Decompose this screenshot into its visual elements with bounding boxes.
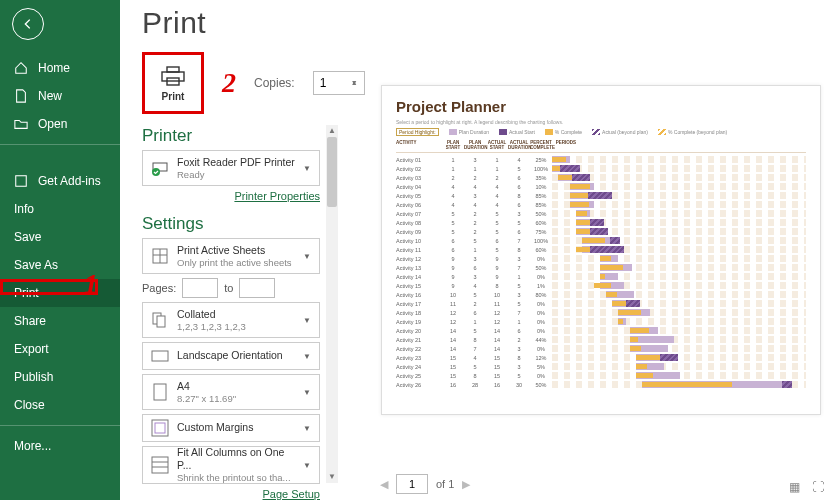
preview-gantt-row: Activity 221471430% (396, 344, 806, 353)
sidebar-label: Save (14, 230, 41, 244)
svg-rect-15 (152, 457, 168, 473)
preview-gantt-row: Activity 13969750% (396, 263, 806, 272)
sidebar-label: Share (14, 314, 46, 328)
preview-gantt-row: Activity 05434885% (396, 191, 806, 200)
option-title: A4 (177, 380, 299, 393)
copies-input[interactable]: 1 ▲▼ (313, 71, 365, 95)
svg-rect-2 (162, 72, 184, 81)
pages-to-input[interactable] (239, 278, 275, 298)
page-setup-link[interactable]: Page Setup (142, 488, 320, 500)
preview-gantt-row: Activity 171121150% (396, 299, 806, 308)
sidebar-label: Save As (14, 258, 58, 272)
annotation-number-2: 2 (222, 67, 236, 99)
sidebar-item-new[interactable]: New (0, 82, 120, 110)
preview-gantt-row: Activity 191211210% (396, 317, 806, 326)
orientation-icon (151, 347, 169, 365)
arrow-left-icon (21, 17, 35, 31)
sidebar-label: New (38, 89, 62, 103)
sidebar-item-saveas[interactable]: Save As (0, 251, 120, 279)
preview-gantt-row: Activity 106567100% (396, 236, 806, 245)
sidebar-item-home[interactable]: Home (0, 54, 120, 82)
preview-gantt-row: Activity 2315415812% (396, 353, 806, 362)
option-title: Print Active Sheets (177, 244, 299, 257)
print-button[interactable]: Print (142, 52, 204, 114)
print-what-selector[interactable]: Print Active Sheets Only print the activ… (142, 238, 320, 274)
sidebar-item-more[interactable]: More... (0, 432, 120, 460)
margins-selector[interactable]: Custom Margins ▼ (142, 414, 320, 442)
settings-scrollbar[interactable]: ▲ ▼ (326, 125, 338, 483)
printer-icon (160, 65, 186, 87)
scaling-selector[interactable]: Fit All Columns on One P... Shrink the p… (142, 446, 320, 484)
preview-gantt-body: Activity 01131425%Activity 021115100%Act… (396, 155, 806, 389)
option-title: Landscape Orientation (177, 349, 299, 362)
preview-gantt-row: Activity 06444685% (396, 200, 806, 209)
svg-rect-14 (155, 423, 165, 433)
sidebar-label: Info (14, 202, 34, 216)
sidebar-item-share[interactable]: Share (0, 307, 120, 335)
sidebar-item-publish[interactable]: Publish (0, 363, 120, 391)
folder-icon (14, 117, 28, 131)
copies-value: 1 (320, 76, 327, 90)
sidebar-item-close[interactable]: Close (0, 391, 120, 419)
chevron-down-icon: ▼ (303, 164, 311, 173)
chevron-down-icon: ▼ (303, 352, 311, 361)
preview-legend: Period Highlight: Plan Duration Actual S… (396, 128, 806, 136)
page-number-input[interactable] (396, 474, 428, 494)
print-button-label: Print (162, 91, 185, 102)
option-sub: 1,2,3 1,2,3 1,2,3 (177, 321, 299, 333)
printer-status-icon (151, 159, 169, 177)
scroll-down-icon[interactable]: ▼ (326, 471, 338, 483)
page-navigation: ◀ of 1 ▶ (380, 474, 470, 494)
preview-gantt-row: Activity 01131425% (396, 155, 806, 164)
scroll-up-icon[interactable]: ▲ (326, 125, 338, 137)
paper-size-selector[interactable]: A4 8.27" x 11.69" ▼ (142, 374, 320, 410)
pages-to-label: to (224, 282, 233, 294)
chevron-down-icon: ▼ (303, 424, 311, 433)
collated-selector[interactable]: Collated 1,2,3 1,2,3 1,2,3 ▼ (142, 302, 320, 338)
show-margins-icon[interactable]: ▦ (789, 480, 800, 494)
legend-period-highlight: Period Highlight: (396, 128, 439, 136)
sidebar-label: Publish (14, 370, 53, 384)
preview-gantt-row: Activity 1293930% (396, 254, 806, 263)
preview-doc-title: Project Planner (396, 98, 806, 115)
sidebar-item-open[interactable]: Open (0, 110, 120, 138)
preview-gantt-row: Activity 07525350% (396, 209, 806, 218)
zoom-to-page-icon[interactable]: ⛶ (812, 480, 824, 494)
sidebar-item-info[interactable]: Info (0, 195, 120, 223)
pages-range-row: Pages: to (142, 278, 320, 298)
printer-properties-link[interactable]: Printer Properties (142, 190, 320, 202)
preview-gantt-row: Activity 251581550% (396, 371, 806, 380)
option-title: Collated (177, 308, 299, 321)
sidebar-item-getaddins[interactable]: Get Add-ins (0, 167, 120, 195)
backstage-sidebar: Home New Open Get Add-ins Info Save Save… (0, 0, 120, 500)
print-preview: Project Planner Select a period to highl… (370, 40, 832, 460)
home-icon (14, 61, 28, 75)
collated-icon (151, 311, 169, 329)
chevron-down-icon: ▼ (303, 316, 311, 325)
option-sub: Only print the active sheets (177, 257, 299, 269)
sidebar-label: More... (14, 439, 51, 453)
annotation-box-1 (0, 279, 98, 295)
pages-label: Pages: (142, 282, 176, 294)
sidebar-item-save[interactable]: Save (0, 223, 120, 251)
next-page-button[interactable]: ▶ (462, 478, 470, 491)
sidebar-item-export[interactable]: Export (0, 335, 120, 363)
printer-name: Foxit Reader PDF Printer (177, 156, 299, 169)
sheets-icon (151, 247, 169, 265)
back-button[interactable] (12, 8, 44, 40)
pages-from-input[interactable] (182, 278, 218, 298)
preview-gantt-row: Activity 241551535% (396, 362, 806, 371)
scroll-thumb[interactable] (327, 137, 337, 207)
svg-rect-11 (152, 351, 168, 361)
preview-page: Project Planner Select a period to highl… (381, 85, 821, 415)
page-title: Print (142, 6, 818, 40)
prev-page-button[interactable]: ◀ (380, 478, 388, 491)
svg-rect-1 (167, 67, 179, 72)
orientation-selector[interactable]: Landscape Orientation ▼ (142, 342, 320, 370)
svg-rect-0 (16, 176, 27, 187)
printer-selector[interactable]: Foxit Reader PDF Printer Ready ▼ (142, 150, 320, 186)
option-sub: Shrink the printout so tha... (177, 472, 299, 484)
option-title: Custom Margins (177, 421, 299, 434)
svg-rect-12 (154, 384, 166, 400)
chevron-down-icon: ▼ (303, 461, 311, 470)
